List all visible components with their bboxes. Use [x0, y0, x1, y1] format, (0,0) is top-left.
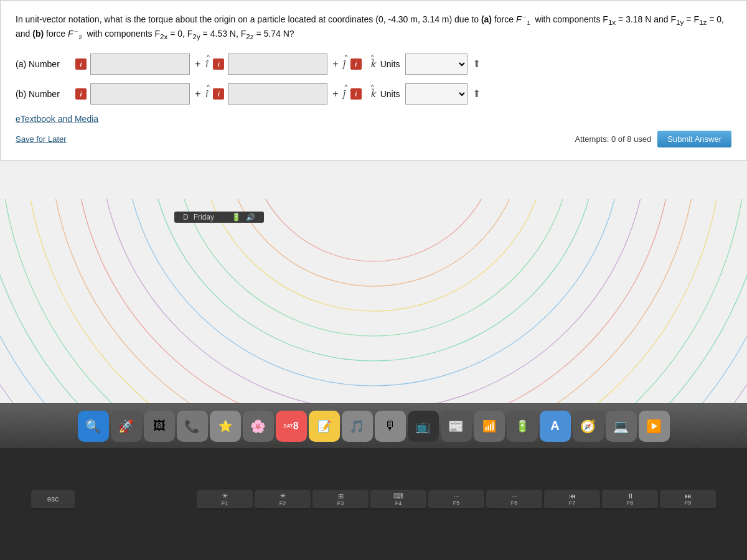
- f2-key[interactable]: ☀F2: [255, 490, 311, 510]
- attempts-text: Attempts: 0 of 8 used: [575, 134, 651, 144]
- f4-key[interactable]: ⌨F4: [370, 490, 426, 510]
- part-a-plus-1: +: [195, 58, 200, 70]
- dock-notes[interactable]: 📝: [309, 411, 340, 442]
- part-b-units-dropdown[interactable]: N·m J: [405, 83, 467, 105]
- dock-area: 🔍 🚀 🖼 📞 ⭐ 🌸 SAT 8 📝 🎵 🎙 📺 📰 📶 🔋 A 🧭 💻 ▶️: [0, 403, 747, 448]
- f1-key[interactable]: ☀F1: [197, 490, 253, 510]
- etextbook-link[interactable]: eTextbook and Media: [16, 114, 98, 124]
- part-b-label: (b) Number: [16, 89, 72, 99]
- part-a-units-label: Units: [380, 59, 400, 69]
- dock-contacts[interactable]: 📞: [177, 411, 208, 442]
- part-b-j-badge: i: [350, 88, 362, 100]
- dock-calendar[interactable]: SAT 8: [276, 411, 307, 442]
- footer-row: Save for Later Attempts: 0 of 8 used Sub…: [16, 131, 731, 147]
- part-a-i-input[interactable]: [228, 54, 327, 75]
- day-label: D: [183, 213, 189, 222]
- etextbook-row: eTextbook and Media: [16, 113, 731, 124]
- part-a-row: (a) Number i + ^î i + ^ĵ i ^k̂ Units: [16, 54, 731, 75]
- f5-key[interactable]: ···F5: [428, 490, 484, 510]
- dock-music[interactable]: 🎵: [342, 411, 373, 442]
- part-a-number-input[interactable]: [90, 54, 190, 75]
- dock-system[interactable]: 💻: [606, 411, 637, 442]
- part-b-row: (b) Number i + ^î i + ^ĵ i ^k̂ Units: [16, 83, 731, 105]
- part-a-units-section: ^k̂ Units N·m J ⬆: [370, 54, 481, 75]
- submit-answer-button[interactable]: Submit Answer: [657, 131, 731, 147]
- dock-safari[interactable]: 🧭: [573, 411, 604, 442]
- attempts-section: Attempts: 0 of 8 used Submit Answer: [575, 131, 731, 147]
- part-a-j-badge: i: [350, 58, 362, 70]
- svg-point-5: [125, 199, 622, 386]
- dock-news[interactable]: 📰: [441, 411, 472, 442]
- svg-point-4: [149, 199, 598, 361]
- dock-finder[interactable]: 🔍: [78, 411, 109, 442]
- wifi-icon: 🔋: [232, 213, 241, 222]
- part-b-units-label: Units: [380, 89, 400, 99]
- dock-battery[interactable]: 🔋: [507, 411, 538, 442]
- keyboard-area: esc ☀F1 ☀F2 ⊞F3 ⌨F4 ···F5 ···F6 ⏮F7: [0, 448, 747, 560]
- dock-play[interactable]: ▶️: [639, 411, 670, 442]
- part-a-arrow: ⬆: [472, 58, 481, 70]
- part-b-i-badge: i: [213, 88, 224, 100]
- f6-key[interactable]: ···F6: [486, 490, 542, 510]
- part-b-arrow: ⬆: [472, 88, 481, 100]
- fn-key-row: esc ☀F1 ☀F2 ⊞F3 ⌨F4 ···F5 ···F6 ⏮F7: [31, 490, 716, 510]
- volume-icon: 🔊: [246, 213, 255, 222]
- dock-texteditor[interactable]: A: [540, 411, 571, 442]
- dock-wifi[interactable]: 📶: [474, 411, 505, 442]
- part-b-info-badge: i: [75, 88, 87, 100]
- dock-launchpad[interactable]: 🚀: [111, 411, 142, 442]
- f7-key[interactable]: ⏮F7: [544, 490, 600, 510]
- esc-key[interactable]: esc: [31, 490, 75, 510]
- dock-reminders[interactable]: ⭐: [210, 411, 241, 442]
- part-a-plus-2: +: [332, 58, 338, 70]
- svg-point-7: [75, 199, 672, 436]
- part-b-plus-1: +: [195, 88, 200, 100]
- part-a-i-badge: i: [213, 58, 224, 70]
- question-text: In unit-vector notation, what is the tor…: [16, 13, 731, 42]
- dock-appletv[interactable]: 📺: [408, 411, 439, 442]
- dock-photos[interactable]: 🖼: [144, 411, 175, 442]
- save-later-button[interactable]: Save for Later: [16, 134, 67, 144]
- part-a-info-badge: i: [75, 58, 87, 70]
- part-b-plus-2: +: [332, 88, 338, 100]
- f9-key[interactable]: ⏭F9: [660, 490, 716, 510]
- day-name: Friday: [194, 213, 214, 222]
- part-b-units-section: ^k̂ Units N·m J ⬆: [370, 83, 481, 105]
- main-area: .wave { fill: none; stroke-width: 1.2; o…: [0, 0, 747, 448]
- part-b-number-input[interactable]: [90, 83, 190, 105]
- date-bar: D Friday 🔋 🔊: [174, 212, 264, 223]
- part-a-units-dropdown[interactable]: N·m J: [405, 54, 467, 75]
- svg-point-0: [249, 199, 498, 261]
- f8-key[interactable]: ⏸F8: [602, 490, 658, 510]
- svg-point-6: [100, 199, 647, 411]
- part-b-i-input[interactable]: [228, 83, 327, 105]
- part-a-label: (a) Number: [16, 59, 72, 69]
- f3-key[interactable]: ⊞F3: [312, 490, 369, 510]
- dock-flower[interactable]: 🌸: [243, 411, 274, 442]
- dock-podcasts[interactable]: 🎙: [375, 411, 406, 442]
- svg-point-1: [224, 199, 523, 286]
- content-card: In unit-vector notation, what is the tor…: [0, 0, 747, 161]
